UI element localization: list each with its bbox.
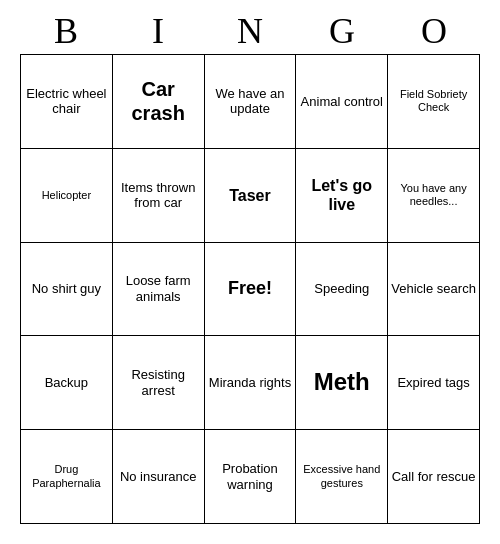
bingo-header: BINGO [20,10,480,52]
header-letter: B [20,10,112,52]
header-letter: G [296,10,388,52]
bingo-cell: No insurance [113,430,205,524]
bingo-cell: Electric wheel chair [21,55,113,149]
bingo-grid: Electric wheel chairCar crashWe have an … [20,54,480,524]
header-letter: N [204,10,296,52]
bingo-cell: Free! [205,243,297,337]
bingo-cell: Excessive hand gestures [296,430,388,524]
bingo-cell: Helicopter [21,149,113,243]
bingo-cell: Animal control [296,55,388,149]
bingo-cell: Expired tags [388,336,480,430]
bingo-cell: Car crash [113,55,205,149]
bingo-cell: Meth [296,336,388,430]
bingo-cell: Miranda rights [205,336,297,430]
header-letter: O [388,10,480,52]
bingo-cell: Loose farm animals [113,243,205,337]
bingo-cell: Drug Paraphernalia [21,430,113,524]
bingo-cell: Items thrown from car [113,149,205,243]
bingo-cell: Taser [205,149,297,243]
bingo-cell: Speeding [296,243,388,337]
bingo-cell: Field Sobriety Check [388,55,480,149]
bingo-cell: Let's go live [296,149,388,243]
bingo-cell: We have an update [205,55,297,149]
bingo-cell: You have any needles... [388,149,480,243]
bingo-cell: Vehicle search [388,243,480,337]
bingo-cell: No shirt guy [21,243,113,337]
bingo-cell: Backup [21,336,113,430]
bingo-cell: Probation warning [205,430,297,524]
bingo-cell: Call for rescue [388,430,480,524]
header-letter: I [112,10,204,52]
bingo-cell: Resisting arrest [113,336,205,430]
